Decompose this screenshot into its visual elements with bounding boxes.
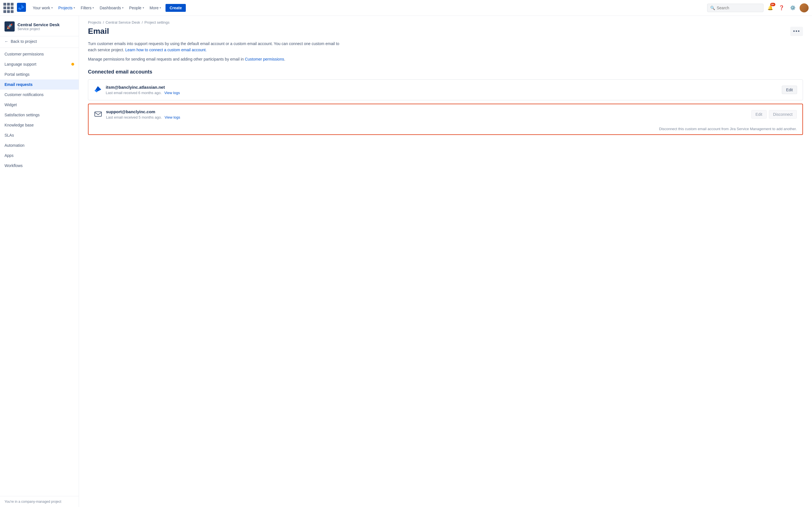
atlassian-edit-button[interactable]: Edit: [782, 86, 797, 94]
sidebar-footer: You're in a company-managed project: [0, 496, 79, 507]
sidebar-item-knowledge-base[interactable]: Knowledge base: [0, 120, 79, 130]
custom-view-logs-link[interactable]: View logs: [165, 115, 180, 119]
nav-more[interactable]: More ▾: [147, 4, 163, 11]
breadcrumb-projects[interactable]: Projects: [88, 20, 101, 24]
project-name: Central Service Desk: [17, 22, 59, 27]
custom-email-address: support@banclyinc.com: [106, 109, 751, 114]
learn-link[interactable]: Learn how to connect a custom email acco…: [125, 48, 207, 52]
nav-filters[interactable]: Filters ▾: [79, 4, 96, 11]
sidebar-item-customer-permissions[interactable]: Customer permissions: [0, 49, 79, 59]
connected-accounts-title: Connected email accounts: [88, 69, 803, 75]
help-button[interactable]: ❓: [777, 3, 786, 12]
project-type: Service project: [17, 27, 59, 31]
breadcrumb-current: Project settings: [144, 20, 169, 24]
disconnect-note: Disconnect this custom email account fro…: [89, 124, 802, 134]
sidebar-item-widget[interactable]: Widget: [0, 100, 79, 110]
page-header: Email •••: [88, 27, 803, 36]
custom-email-icon: [94, 110, 102, 119]
breadcrumb-service-desk[interactable]: Central Service Desk: [106, 20, 140, 24]
main-content: Projects / Central Service Desk / Projec…: [79, 16, 812, 507]
apps-grid-icon[interactable]: [3, 3, 13, 13]
app-layout: 🚀 Central Service Desk Service project ←…: [0, 16, 812, 507]
sidebar-item-language-support[interactable]: Language support: [0, 59, 79, 69]
atlassian-email-address: itsm@banclyinc.atlassian.net: [106, 85, 782, 90]
back-arrow-icon: ←: [4, 39, 8, 44]
custom-disconnect-button[interactable]: Disconnect: [769, 110, 797, 119]
search-icon: 🔍: [710, 6, 715, 10]
user-avatar[interactable]: [800, 3, 809, 12]
nav-your-work[interactable]: Your work ▾: [31, 4, 55, 11]
customer-permissions-link[interactable]: Customer permissions: [245, 57, 284, 61]
search-input[interactable]: [717, 6, 760, 10]
sidebar-item-automation[interactable]: Automation: [0, 140, 79, 151]
nav-people[interactable]: People ▾: [127, 4, 146, 11]
custom-email-actions: Edit Disconnect: [751, 110, 797, 119]
breadcrumb: Projects / Central Service Desk / Projec…: [88, 16, 803, 27]
atlassian-email-icon: [94, 86, 102, 94]
custom-email-meta: Last email received 5 months ago. View l…: [106, 115, 751, 119]
sidebar-header: 🚀 Central Service Desk Service project: [0, 16, 79, 36]
more-options-button[interactable]: •••: [790, 27, 803, 36]
create-button[interactable]: Create: [165, 4, 186, 12]
sidebar-item-apps[interactable]: Apps: [0, 151, 79, 161]
language-support-dot: [71, 63, 74, 66]
atlassian-email-meta: Last email received 6 months ago. View l…: [106, 91, 782, 95]
sidebar-item-portal-settings[interactable]: Portal settings: [0, 69, 79, 79]
sidebar-item-email-requests[interactable]: Email requests: [0, 79, 79, 90]
top-navigation: Your work ▾ Projects ▾ Filters ▾ Dashboa…: [0, 0, 812, 16]
email-card-custom: support@banclyinc.com Last email receive…: [88, 104, 803, 135]
nav-dashboards[interactable]: Dashboards ▾: [97, 4, 126, 11]
email-card-atlassian: itsm@banclyinc.atlassian.net Last email …: [88, 79, 803, 100]
page-description-1: Turn customer emails into support reques…: [88, 41, 342, 53]
page-title: Email: [88, 27, 109, 36]
sidebar-item-slas[interactable]: SLAs: [0, 130, 79, 140]
project-icon: 🚀: [4, 21, 15, 32]
custom-edit-button[interactable]: Edit: [751, 110, 767, 119]
jira-logo[interactable]: [17, 3, 26, 13]
atlassian-view-logs-link[interactable]: View logs: [164, 91, 180, 95]
svg-rect-1: [95, 112, 101, 116]
settings-button[interactable]: ⚙️: [788, 3, 797, 12]
search-box[interactable]: 🔍: [707, 4, 763, 12]
nav-right-section: 🔍 🔔 9+ ❓ ⚙️: [707, 3, 809, 12]
sidebar-item-workflows[interactable]: Workflows: [0, 161, 79, 171]
notifications-button[interactable]: 🔔 9+: [766, 3, 775, 12]
notification-badge: 9+: [770, 3, 775, 6]
nav-projects[interactable]: Projects ▾: [56, 4, 78, 11]
back-to-project[interactable]: ← Back to project: [0, 36, 79, 47]
sidebar: 🚀 Central Service Desk Service project ←…: [0, 16, 79, 507]
sidebar-project: 🚀 Central Service Desk Service project: [4, 21, 74, 32]
sidebar-item-satisfaction-settings[interactable]: Satisfaction settings: [0, 110, 79, 120]
sidebar-item-customer-notifications[interactable]: Customer notifications: [0, 90, 79, 100]
atlassian-email-actions: Edit: [782, 86, 797, 94]
page-description-2: Manage permissions for sending email req…: [88, 56, 342, 62]
